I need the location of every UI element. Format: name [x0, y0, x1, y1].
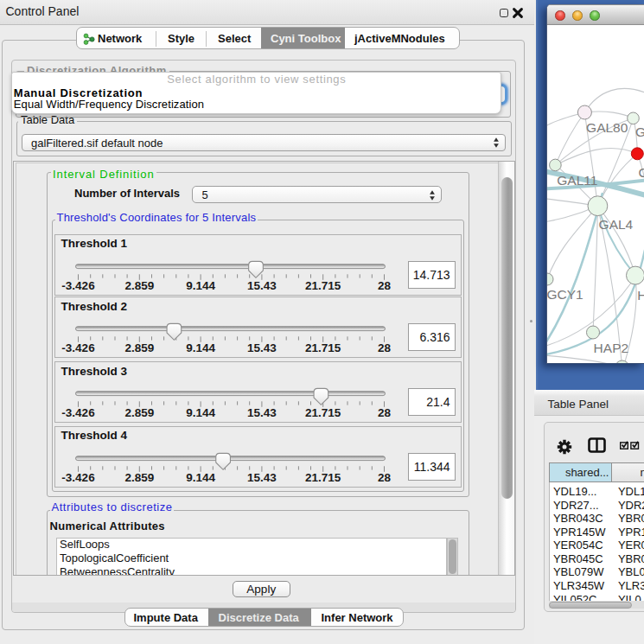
svg-text:2.859: 2.859: [124, 471, 154, 484]
svg-text:-3.426: -3.426: [61, 341, 95, 354]
svg-text:HAP2: HAP2: [593, 341, 628, 355]
svg-text:2.859: 2.859: [124, 278, 154, 291]
svg-text:GAL11: GAL11: [557, 172, 597, 187]
svg-text:-3.426: -3.426: [61, 278, 95, 291]
svg-text:21.715: 21.715: [305, 406, 341, 419]
svg-text:GAL: GAL: [634, 124, 644, 139]
svg-text:GAL80: GAL80: [586, 119, 628, 134]
svg-text:2.859: 2.859: [124, 341, 154, 354]
svg-text:28: 28: [377, 341, 391, 354]
svg-text:28: 28: [377, 278, 391, 291]
svg-text:28: 28: [377, 471, 391, 484]
svg-text:9.144: 9.144: [186, 278, 215, 291]
svg-text:-3.426: -3.426: [61, 471, 95, 484]
svg-text:15.43: 15.43: [247, 341, 277, 354]
svg-text:21.715: 21.715: [305, 278, 341, 291]
svg-text:CD: CD: [638, 165, 644, 180]
svg-text:-3.426: -3.426: [61, 406, 95, 419]
svg-text:9.144: 9.144: [186, 341, 215, 354]
svg-text:9.144: 9.144: [186, 406, 215, 419]
svg-text:21.715: 21.715: [305, 471, 341, 484]
svg-text:28: 28: [377, 406, 391, 419]
svg-text:15.43: 15.43: [247, 406, 277, 419]
svg-text:2.859: 2.859: [124, 406, 154, 419]
svg-text:15.43: 15.43: [247, 471, 277, 484]
svg-text:15.43: 15.43: [247, 278, 277, 291]
svg-text:GAL4: GAL4: [598, 216, 633, 231]
svg-text:9.144: 9.144: [186, 471, 215, 484]
svg-text:21.715: 21.715: [305, 341, 341, 354]
svg-text:HIS: HIS: [637, 287, 644, 302]
svg-text:GCY1: GCY1: [547, 286, 583, 301]
